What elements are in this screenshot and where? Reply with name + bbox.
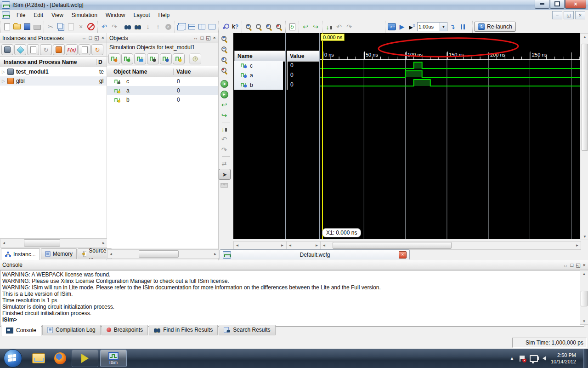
object-row-c[interactable]: c 0 — [107, 77, 218, 86]
scroll-right-icon[interactable]: ► — [313, 243, 320, 247]
filter-modules-button[interactable] — [79, 44, 90, 55]
scroll-up-icon[interactable]: ▲ — [582, 270, 586, 277]
tray-expand-button[interactable]: ▲ — [509, 356, 514, 361]
break-on-change-button[interactable] — [189, 53, 201, 64]
menu-layout[interactable]: Layout — [130, 11, 154, 20]
step-button[interactable]: ↴ — [447, 22, 458, 32]
run-for-time-button[interactable]: ▶x — [407, 22, 417, 32]
scroll-left-icon[interactable]: ◄ — [0, 241, 7, 245]
filter-instances-button[interactable] — [1, 44, 13, 55]
zoom-in-button[interactable]: + — [243, 22, 254, 32]
instances-hscrollbar[interactable]: ◄ ► — [0, 238, 107, 247]
print-button[interactable] — [32, 22, 42, 32]
restore-button[interactable] — [550, 0, 565, 9]
filter-inputs-button[interactable] — [108, 53, 120, 64]
speaker-icon[interactable] — [543, 356, 546, 361]
restart-button[interactable]: ↩ — [387, 22, 397, 32]
expander-icon[interactable]: ▷ — [2, 69, 5, 74]
step-into-button[interactable]: ↓ — [324, 22, 334, 32]
scroll-left-icon[interactable]: ◄ — [107, 252, 114, 256]
close-button[interactable]: × — [565, 0, 586, 9]
instances-col-name[interactable]: Instance and Process Name — [0, 59, 96, 65]
mdi-minimize-button[interactable]: – — [552, 11, 562, 19]
name-hscrollbar[interactable]: ◄ ► — [233, 241, 286, 250]
taskbar-firefox-button[interactable] — [49, 352, 72, 364]
tree-row-test-modul1[interactable]: ▷ test_modul1 te — [0, 67, 107, 76]
object-row-b[interactable]: b 0 — [107, 95, 218, 104]
delete-button[interactable]: × — [76, 22, 86, 32]
redo-button[interactable]: ↷ — [109, 22, 119, 32]
filter-blocks-button[interactable] — [27, 44, 39, 55]
menu-simulation[interactable]: Simulation — [68, 11, 102, 20]
filter-loops-button[interactable]: ↻ — [91, 44, 103, 55]
value-hscrollbar[interactable]: ◄ ► — [286, 241, 321, 250]
cascade-windows-button[interactable] — [176, 22, 187, 32]
minimize-button[interactable] — [535, 0, 549, 9]
objects-maximize-icon[interactable]: □ — [201, 35, 204, 41]
swap-cursor-mode-button[interactable]: ⇄ — [219, 158, 230, 168]
scroll-up-icon[interactable]: ▲ — [583, 34, 587, 40]
filter-functions-button[interactable]: F(x) — [66, 44, 78, 55]
scroll-left-icon[interactable]: ◄ — [234, 243, 241, 247]
objects-dock-icon[interactable]: ↔ — [193, 35, 198, 41]
menu-view[interactable]: View — [47, 11, 68, 20]
dock-window-button[interactable]: ↪ — [311, 22, 321, 32]
tile-vertical-button[interactable] — [197, 22, 207, 32]
preferences-button[interactable] — [220, 22, 230, 32]
goto-next-button[interactable]: ↓ — [143, 22, 153, 32]
save-button[interactable] — [22, 22, 32, 32]
cut-button[interactable]: ✂ — [45, 22, 56, 32]
console-maximize-icon[interactable]: □ — [571, 262, 574, 268]
step-out-button[interactable]: ↷ — [344, 22, 354, 32]
tab-find-in-files-results[interactable]: Find in Files Results — [149, 325, 218, 335]
paste-button[interactable] — [66, 22, 76, 32]
console-float-icon[interactable]: ◱ — [576, 262, 580, 268]
expander-icon[interactable]: ▷ — [2, 79, 5, 83]
relaunch-button[interactable]: ↻ Re-launch — [474, 22, 516, 32]
find-in-files-button[interactable] — [133, 22, 143, 32]
goto-time-end-button[interactable]: ► — [219, 89, 230, 99]
filter-internal-button[interactable] — [147, 53, 159, 64]
undo-button[interactable]: ↶ — [99, 22, 109, 32]
scroll-right-icon[interactable]: ► — [279, 243, 286, 247]
tab-instances[interactable]: Instanc... — [1, 248, 40, 260]
zoom-out-button[interactable]: − — [254, 22, 264, 32]
instances-dock-icon[interactable]: ↔ — [82, 35, 87, 41]
tab-close-button[interactable]: × — [399, 251, 407, 259]
wave-hscrollbar[interactable]: ◄ ► — [320, 241, 581, 250]
new-file-button[interactable] — [2, 22, 12, 32]
console-output[interactable]: WARNING: A WEBPACK license was found. WA… — [0, 270, 584, 327]
menu-edit[interactable]: Edit — [29, 11, 47, 20]
goto-time-zero-button[interactable]: ◄ — [219, 79, 230, 89]
scroll-left-icon[interactable]: ◄ — [287, 243, 294, 247]
snap-to-transition-button[interactable]: ↓ — [219, 124, 230, 134]
tab-source[interactable]: Source ... — [78, 248, 112, 259]
filter-constants-button[interactable] — [160, 53, 172, 64]
console-vscrollbar[interactable]: ▲ ▼ — [580, 270, 588, 325]
ruler-mode-button[interactable] — [219, 180, 230, 190]
filter-outputs-button[interactable] — [121, 53, 133, 64]
taskbar-explorer-button[interactable] — [28, 353, 49, 363]
wave-signal-row-b[interactable]: b — [234, 80, 283, 90]
open-file-button[interactable] — [12, 22, 22, 32]
wave-undo-button[interactable]: ↶ — [219, 134, 230, 144]
wave-zoom-out-button[interactable]: − — [219, 44, 230, 54]
objects-hscrollbar[interactable]: ◄ ► — [107, 249, 219, 259]
start-button[interactable] — [4, 349, 22, 368]
find-button[interactable] — [123, 22, 133, 32]
filter-design-units-button[interactable] — [14, 44, 26, 55]
float-window-button[interactable]: ↩ — [300, 22, 311, 32]
filter-variables-button[interactable] — [173, 53, 185, 64]
tree-row-glbl[interactable]: ▷ glbl gl — [0, 76, 107, 86]
whats-this-button[interactable]: k? — [230, 22, 240, 32]
tab-default-wcfg[interactable]: Default.wcfg × — [220, 249, 410, 259]
wave-value-header[interactable]: Value — [287, 51, 324, 62]
read-only-button[interactable] — [86, 22, 96, 32]
next-transition-button[interactable]: ↪ — [219, 110, 230, 121]
instances-close-icon[interactable]: × — [102, 35, 104, 41]
wave-vscrollbar[interactable]: ▲ ▼ — [581, 33, 588, 240]
wave-redo-button[interactable]: ↷ — [219, 145, 230, 155]
objects-col-value[interactable]: Value — [173, 69, 218, 75]
scroll-down-icon[interactable]: ▼ — [582, 318, 586, 324]
objects-col-name[interactable]: Object Name — [107, 69, 173, 75]
